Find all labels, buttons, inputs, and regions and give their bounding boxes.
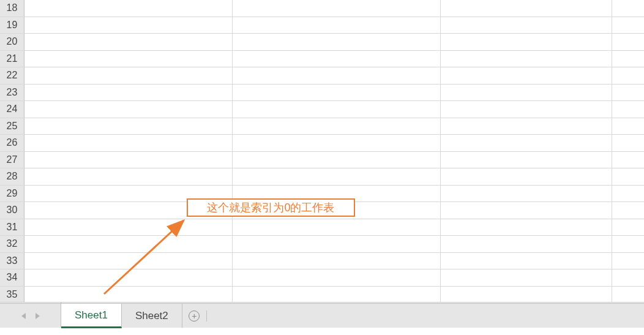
cell[interactable] <box>233 0 441 17</box>
row-header[interactable]: 32 <box>0 236 24 252</box>
cell[interactable] <box>441 51 612 67</box>
row-header[interactable]: 26 <box>0 135 24 151</box>
cell[interactable] <box>612 152 644 168</box>
row-header[interactable]: 24 <box>0 101 24 118</box>
row-header[interactable]: 21 <box>0 51 24 67</box>
cell[interactable] <box>233 219 441 236</box>
cell[interactable] <box>24 51 233 67</box>
cell[interactable] <box>24 101 233 118</box>
cell[interactable] <box>612 186 644 202</box>
cell[interactable] <box>441 202 612 219</box>
row-header[interactable]: 35 <box>0 287 24 303</box>
cell[interactable] <box>612 135 644 151</box>
cell[interactable] <box>441 236 612 252</box>
grid-row: 33 <box>0 253 644 270</box>
cell[interactable] <box>612 51 644 67</box>
row-header[interactable]: 19 <box>0 17 24 34</box>
cell[interactable] <box>24 152 233 168</box>
cell[interactable] <box>24 118 233 135</box>
cell[interactable] <box>24 168 233 185</box>
cell[interactable] <box>612 67 644 84</box>
cell[interactable] <box>441 34 612 50</box>
cell[interactable] <box>441 17 612 34</box>
cell[interactable] <box>441 118 612 135</box>
grid-row: 22 <box>0 67 644 85</box>
cell[interactable] <box>441 101 612 118</box>
cell[interactable] <box>441 186 612 202</box>
cell[interactable] <box>441 67 612 84</box>
row-header[interactable]: 33 <box>0 253 24 269</box>
cell[interactable] <box>233 168 441 185</box>
grid-row: 18 <box>0 0 644 17</box>
row-header[interactable]: 18 <box>0 0 24 17</box>
row-header[interactable]: 27 <box>0 152 24 168</box>
cell[interactable] <box>233 152 441 168</box>
cell[interactable] <box>233 67 441 84</box>
cell[interactable] <box>612 253 644 269</box>
cell[interactable] <box>612 101 644 118</box>
cell[interactable] <box>612 269 644 286</box>
cell[interactable] <box>612 17 644 34</box>
cell[interactable] <box>441 269 612 286</box>
grid-row: 31 <box>0 219 644 236</box>
cell[interactable] <box>233 85 441 101</box>
row-header[interactable]: 30 <box>0 202 24 219</box>
sheet-tab-sheet1[interactable]: Sheet1 <box>61 304 122 328</box>
row-header[interactable]: 28 <box>0 168 24 185</box>
cell[interactable] <box>233 51 441 67</box>
add-sheet-button[interactable]: + <box>182 311 207 322</box>
sheet-nav-prev-icon[interactable] <box>21 313 26 319</box>
cell[interactable] <box>233 287 441 303</box>
cell[interactable] <box>612 0 644 17</box>
cell[interactable] <box>233 101 441 118</box>
sheet-tab-sheet2[interactable]: Sheet2 <box>122 304 182 328</box>
row-header[interactable]: 25 <box>0 118 24 135</box>
cell[interactable] <box>233 17 441 34</box>
grid-row: 25 <box>0 118 644 135</box>
cell[interactable] <box>233 236 441 252</box>
cell[interactable] <box>24 0 233 17</box>
cell[interactable] <box>612 202 644 219</box>
cell[interactable] <box>441 219 612 236</box>
cell[interactable] <box>233 118 441 135</box>
cell[interactable] <box>233 34 441 50</box>
sheet-nav-next-icon[interactable] <box>36 313 40 319</box>
cell[interactable] <box>441 253 612 269</box>
cell[interactable] <box>441 168 612 185</box>
cell[interactable] <box>24 67 233 84</box>
cell[interactable] <box>24 219 233 236</box>
cell[interactable] <box>233 269 441 286</box>
cell[interactable] <box>24 253 233 269</box>
cell[interactable] <box>612 287 644 303</box>
row-header[interactable]: 29 <box>0 186 24 202</box>
grid-row: 35 <box>0 287 644 304</box>
grid-row: 23 <box>0 85 644 102</box>
cell[interactable] <box>612 168 644 185</box>
cell[interactable] <box>441 152 612 168</box>
cell[interactable] <box>24 236 233 252</box>
spreadsheet-grid[interactable]: 181920212223242526272829303132333435 这个就… <box>0 0 644 303</box>
cell[interactable] <box>612 118 644 135</box>
cell[interactable] <box>441 135 612 151</box>
cell[interactable] <box>24 135 233 151</box>
row-header[interactable]: 20 <box>0 34 24 50</box>
cell[interactable] <box>24 269 233 286</box>
cell[interactable] <box>441 287 612 303</box>
cell[interactable] <box>233 135 441 151</box>
row-header[interactable]: 23 <box>0 85 24 101</box>
cell[interactable] <box>612 85 644 101</box>
cell[interactable] <box>24 17 233 34</box>
annotation-callout: 这个就是索引为0的工作表 <box>187 198 355 217</box>
cell[interactable] <box>24 34 233 50</box>
row-header[interactable]: 22 <box>0 67 24 84</box>
cell[interactable] <box>612 236 644 252</box>
row-header[interactable]: 34 <box>0 269 24 286</box>
cell[interactable] <box>612 219 644 236</box>
cell[interactable] <box>441 85 612 101</box>
cell[interactable] <box>441 0 612 17</box>
cell[interactable] <box>233 253 441 269</box>
cell[interactable] <box>612 34 644 50</box>
cell[interactable] <box>24 287 233 303</box>
row-header[interactable]: 31 <box>0 219 24 236</box>
cell[interactable] <box>24 85 233 101</box>
